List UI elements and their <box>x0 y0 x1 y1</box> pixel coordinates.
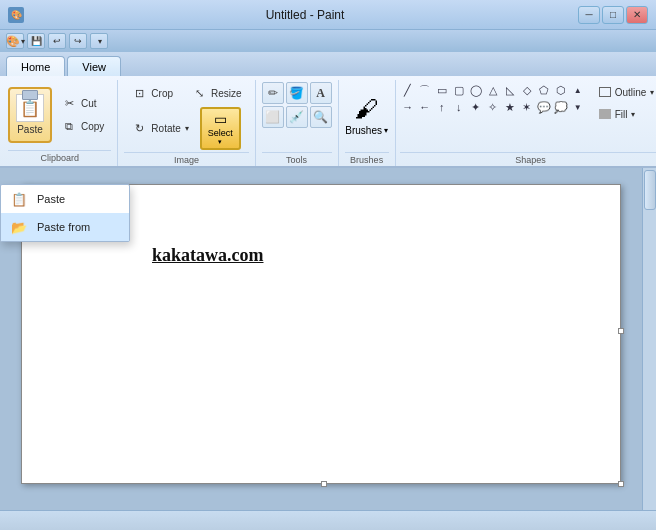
callout-rect[interactable]: 💬 <box>536 99 552 115</box>
diamond-shape[interactable]: ◇ <box>519 82 535 98</box>
outline-chevron: ▾ <box>650 88 654 97</box>
brushes-group: 🖌 Brushes ▾ Brushes <box>339 80 396 166</box>
tools-label: Tools <box>262 152 332 166</box>
redo-button[interactable]: ↪ <box>69 33 87 49</box>
left-arrow-shape[interactable]: ← <box>417 99 433 115</box>
paste-label: Paste <box>17 124 43 135</box>
curve-shape[interactable]: ⌒ <box>417 82 433 98</box>
copy-icon: ⧉ <box>61 118 77 134</box>
close-button[interactable]: ✕ <box>626 6 648 24</box>
brushes-label-group: Brushes <box>345 152 389 166</box>
paint-menu-button[interactable]: 🎨▾ <box>6 33 24 49</box>
cut-icon: ✂ <box>61 95 77 111</box>
fill-icon <box>599 109 611 119</box>
quick-access-arrow[interactable]: ▾ <box>90 33 108 49</box>
shapes-content: ╱ ⌒ ▭ ▢ ◯ △ ◺ ◇ ⬠ ⬡ ▲ → ← ↑ ↓ ✦ <box>400 82 656 152</box>
shapes-row-2: → ← ↑ ↓ ✦ ✧ ★ ✶ 💬 💭 ▼ <box>400 99 586 115</box>
brushes-button[interactable]: 🖌 Brushes ▾ <box>345 90 389 141</box>
tools-row-1: ✏ 🪣 A <box>262 82 332 104</box>
outline-icon <box>599 87 611 97</box>
up-arrow-shape[interactable]: ↑ <box>434 99 450 115</box>
star6-shape[interactable]: ✶ <box>519 99 535 115</box>
paste-menu-item[interactable]: 📋 Paste <box>1 185 129 213</box>
rect-shape[interactable]: ▭ <box>434 82 450 98</box>
tools-row-2: ⬜ 💉 🔍 <box>262 106 332 128</box>
outline-button[interactable]: Outline ▾ <box>592 82 656 102</box>
triangle-shape[interactable]: △ <box>485 82 501 98</box>
select-chevron: ▾ <box>218 138 222 146</box>
select-button[interactable]: ▭ Select ▾ <box>200 107 241 150</box>
scrollbar-thumb[interactable] <box>644 170 656 210</box>
eraser-tool[interactable]: ⬜ <box>262 106 284 128</box>
tools-group: ✏ 🪣 A ⬜ 💉 🔍 Tools <box>256 80 339 166</box>
window-controls: ─ □ ✕ <box>578 6 648 24</box>
magnifier-tool[interactable]: 🔍 <box>310 106 332 128</box>
tabs-bar: Home View <box>0 52 656 76</box>
shapes-group: ╱ ⌒ ▭ ▢ ◯ △ ◺ ◇ ⬠ ⬡ ▲ → ← ↑ ↓ ✦ <box>396 80 656 166</box>
maximize-button[interactable]: □ <box>602 6 624 24</box>
minimize-button[interactable]: ─ <box>578 6 600 24</box>
hex-shape[interactable]: ⬡ <box>553 82 569 98</box>
copy-button[interactable]: ⧉ Copy <box>54 115 111 137</box>
clipboard-content: 📋 Paste ✂ Cut ⧉ Copy <box>8 82 111 150</box>
star5-shape[interactable]: ★ <box>502 99 518 115</box>
paste-menu-icon: 📋 <box>9 189 29 209</box>
cut-button[interactable]: ✂ Cut <box>54 92 111 114</box>
fill-button[interactable]: Fill ▾ <box>592 104 656 124</box>
tools-content: ✏ 🪣 A ⬜ 💉 🔍 <box>262 82 332 152</box>
image-group: ⊡ Crop ⤡ Resize ↻ Rotate ▾ ▭ Select <box>118 80 255 166</box>
scroll-up[interactable]: ▲ <box>570 82 586 98</box>
rotate-icon: ↻ <box>131 120 147 136</box>
paste-icon: 📋 <box>16 94 44 122</box>
outline-fill-group: Outline ▾ Fill ▾ <box>588 82 656 124</box>
line-shape[interactable]: ╱ <box>400 82 416 98</box>
crop-icon: ⊡ <box>131 85 147 101</box>
round-rect-shape[interactable]: ▢ <box>451 82 467 98</box>
tab-view[interactable]: View <box>67 56 121 76</box>
down-arrow-shape[interactable]: ↓ <box>451 99 467 115</box>
select-icon: ▭ <box>214 111 227 128</box>
right-tri-shape[interactable]: ◺ <box>502 82 518 98</box>
callout-round[interactable]: 💭 <box>553 99 569 115</box>
penta-shape[interactable]: ⬠ <box>536 82 552 98</box>
window-title: Untitled - Paint <box>32 8 578 22</box>
scroll-down[interactable]: ▼ <box>570 99 586 115</box>
ribbon: 📋 Paste ✂ Cut ⧉ Copy Clipboard <box>0 76 656 168</box>
vertical-scrollbar[interactable] <box>642 168 656 510</box>
resize-button[interactable]: ⤡ Resize <box>184 82 249 104</box>
title-bar: 🎨 Untitled - Paint ─ □ ✕ <box>0 0 656 30</box>
canvas-resize-handle-bottom[interactable] <box>321 481 327 487</box>
text-tool[interactable]: A <box>310 82 332 104</box>
resize-icon: ⤡ <box>191 85 207 101</box>
save-button[interactable]: 💾 <box>27 33 45 49</box>
brushes-label: Brushes ▾ <box>345 125 388 136</box>
fill-tool[interactable]: 🪣 <box>286 82 308 104</box>
app-icon: 🎨 <box>8 7 24 23</box>
brush-icon: 🖌 <box>355 95 379 123</box>
clipboard-label: Clipboard <box>8 150 111 164</box>
title-bar-icons: 🎨 <box>8 7 24 23</box>
status-bar <box>0 510 656 530</box>
crop-button[interactable]: ⊡ Crop <box>124 82 180 104</box>
clipboard-group: 📋 Paste ✂ Cut ⧉ Copy Clipboard <box>4 80 118 166</box>
rotate-button[interactable]: ↻ Rotate ▾ <box>124 117 195 139</box>
star4-shape[interactable]: ✧ <box>485 99 501 115</box>
brushes-content: 🖌 Brushes ▾ <box>345 82 389 152</box>
four-arrow-shape[interactable]: ✦ <box>468 99 484 115</box>
picker-tool[interactable]: 💉 <box>286 106 308 128</box>
undo-button[interactable]: ↩ <box>48 33 66 49</box>
shapes-label: Shapes <box>400 152 656 166</box>
paste-from-menu-item[interactable]: 📂 Paste from <box>1 213 129 241</box>
fill-chevron: ▾ <box>631 110 635 119</box>
paste-dropdown-menu: 📋 Paste 📂 Paste from <box>0 184 130 242</box>
ellipse-shape[interactable]: ◯ <box>468 82 484 98</box>
pencil-tool[interactable]: ✏ <box>262 82 284 104</box>
canvas-resize-handle-corner[interactable] <box>618 481 624 487</box>
tab-home[interactable]: Home <box>6 56 65 76</box>
canvas-text: kakatawa.com <box>152 245 264 266</box>
canvas-resize-handle-right[interactable] <box>618 328 624 334</box>
image-content: ⊡ Crop ⤡ Resize ↻ Rotate ▾ ▭ Select <box>124 82 248 152</box>
shapes-row-1: ╱ ⌒ ▭ ▢ ◯ △ ◺ ◇ ⬠ ⬡ ▲ <box>400 82 586 98</box>
paste-button[interactable]: 📋 Paste <box>8 87 52 143</box>
right-arrow-shape[interactable]: → <box>400 99 416 115</box>
